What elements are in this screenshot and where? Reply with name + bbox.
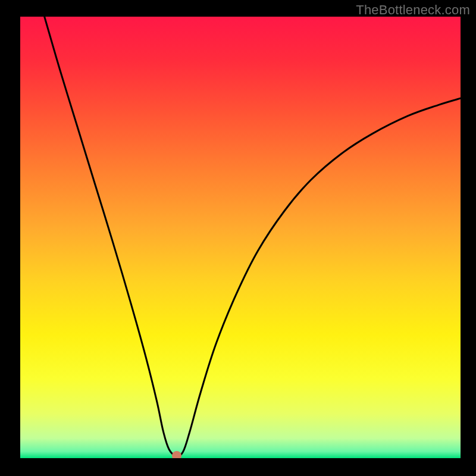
bottleneck-curve: [20, 17, 461, 458]
plot-area: [20, 17, 461, 458]
watermark-text: TheBottleneck.com: [356, 2, 470, 18]
optimal-point-marker: [172, 451, 181, 458]
chart-frame: TheBottleneck.com: [0, 0, 476, 476]
